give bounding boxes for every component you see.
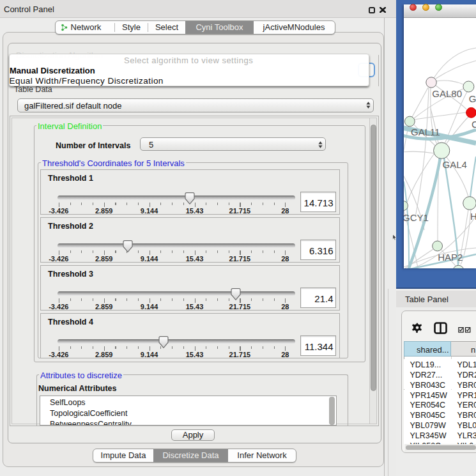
svg-text:GA: GA (469, 93, 476, 104)
svg-text:GAL80: GAL80 (432, 88, 462, 99)
svg-text:CY: CY (472, 119, 476, 130)
svg-text:GAL4: GAL4 (443, 159, 467, 170)
svg-text:HA: HA (470, 211, 476, 222)
svg-text:GAL11: GAL11 (411, 127, 440, 137)
svg-text:GCY1: GCY1 (404, 212, 429, 223)
svg-text:HAP2: HAP2 (438, 252, 463, 263)
